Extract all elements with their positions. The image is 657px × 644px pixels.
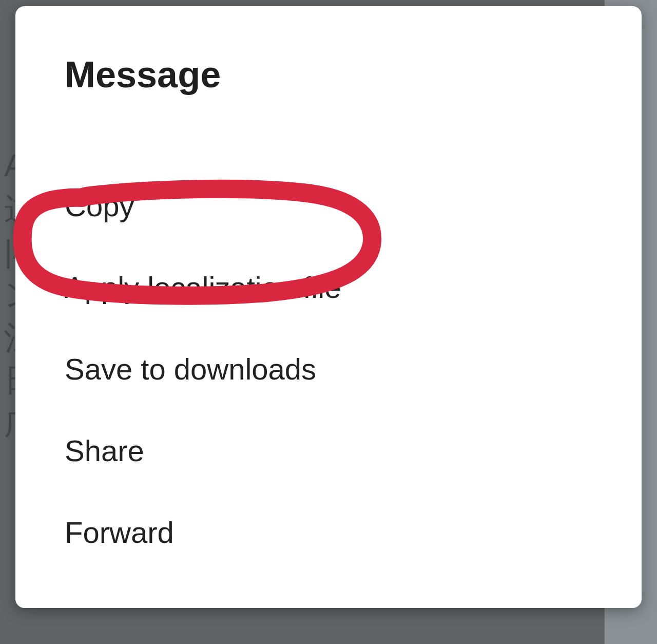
menu-item-share[interactable]: Share	[65, 410, 592, 491]
menu-item-apply-localization-file[interactable]: Apply localization file	[65, 247, 592, 328]
menu-item-forward[interactable]: Forward	[65, 491, 592, 573]
menu-item-copy[interactable]: Copy	[65, 165, 592, 247]
dialog-title: Message	[65, 53, 592, 96]
message-dialog: Message Copy Apply localization file Sav…	[15, 6, 642, 608]
menu-item-save-to-downloads[interactable]: Save to downloads	[65, 328, 592, 410]
